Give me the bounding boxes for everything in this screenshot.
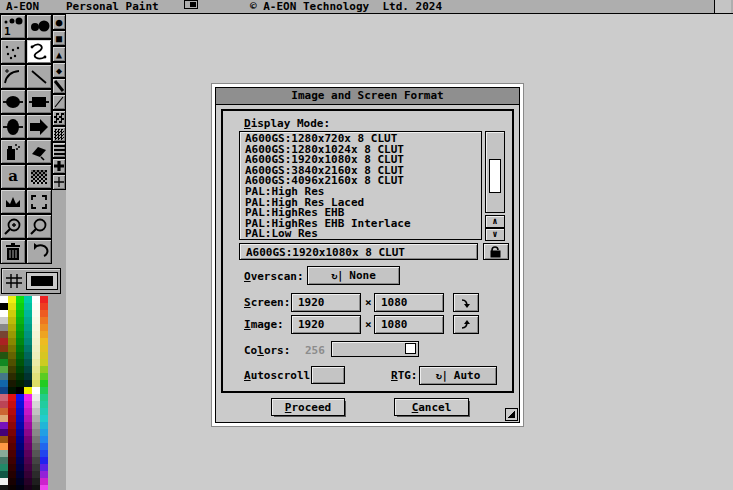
depth-gadget-icon[interactable]: [714, 0, 731, 13]
palette-color[interactable]: [8, 296, 16, 303]
colors-slider-knob[interactable]: [405, 343, 416, 354]
autoscroll-checkbox[interactable]: [311, 366, 345, 384]
palette-color[interactable]: [40, 457, 48, 464]
palette-color[interactable]: [16, 324, 24, 331]
palette-color[interactable]: [8, 310, 16, 317]
palette-color[interactable]: [32, 310, 40, 317]
palette-color[interactable]: [24, 366, 32, 373]
tool-polygon[interactable]: [26, 114, 52, 139]
palette-color[interactable]: [0, 450, 8, 457]
scroll-down-button[interactable]: ∨: [485, 228, 505, 241]
tool-define-brush[interactable]: [26, 189, 52, 214]
palette-color[interactable]: [16, 436, 24, 443]
palette-color[interactable]: [16, 310, 24, 317]
palette-color[interactable]: [16, 338, 24, 345]
palette-color[interactable]: [24, 324, 32, 331]
palette-color[interactable]: [24, 345, 32, 352]
palette-color[interactable]: [24, 471, 32, 478]
palette-color[interactable]: [0, 380, 8, 387]
tool-ellipse[interactable]: [0, 89, 26, 114]
palette-color[interactable]: [16, 485, 24, 490]
palette-color[interactable]: [24, 422, 32, 429]
palette-color[interactable]: [8, 303, 16, 310]
palette-color[interactable]: [24, 394, 32, 401]
palette-color[interactable]: [40, 443, 48, 450]
brush-dots-sparse[interactable]: [52, 110, 66, 126]
palette-color[interactable]: [0, 478, 8, 485]
brush-triangle[interactable]: ▲: [52, 46, 66, 62]
brush-plus-thin[interactable]: [52, 174, 66, 190]
palette-color[interactable]: [0, 373, 8, 380]
palette-color[interactable]: [40, 310, 48, 317]
image-height-field[interactable]: 1080: [374, 315, 444, 334]
palette-color[interactable]: [40, 331, 48, 338]
palette-color[interactable]: [40, 422, 48, 429]
palette-color[interactable]: [8, 352, 16, 359]
palette-color[interactable]: [0, 324, 8, 331]
palette-color[interactable]: [0, 429, 8, 436]
tool-undo[interactable]: [26, 239, 52, 264]
palette-color[interactable]: [40, 345, 48, 352]
palette-color[interactable]: [32, 352, 40, 359]
tool-clear[interactable]: [0, 239, 26, 264]
palette-color[interactable]: [8, 380, 16, 387]
palette-color[interactable]: [0, 457, 8, 464]
palette-color[interactable]: [0, 331, 8, 338]
palette-color[interactable]: [40, 401, 48, 408]
palette-color[interactable]: [8, 450, 16, 457]
brush-square[interactable]: ■: [52, 30, 66, 46]
palette-color[interactable]: [8, 401, 16, 408]
palette-color[interactable]: [32, 331, 40, 338]
palette-color[interactable]: [16, 345, 24, 352]
palette-color[interactable]: [16, 422, 24, 429]
palette-color[interactable]: [40, 338, 48, 345]
palette-color[interactable]: [32, 394, 40, 401]
palette-color[interactable]: [8, 457, 16, 464]
palette-color[interactable]: [24, 415, 32, 422]
palette-color[interactable]: [24, 380, 32, 387]
palette-color[interactable]: [0, 345, 8, 352]
palette-color[interactable]: [16, 478, 24, 485]
tool-airbrush[interactable]: [0, 139, 26, 164]
palette-color[interactable]: [24, 478, 32, 485]
display-mode-list[interactable]: A600GS:1280x720x 8 CLUTA600GS:1280x1024x…: [239, 131, 482, 240]
palette-color[interactable]: [32, 324, 40, 331]
brush-diamond[interactable]: ◆: [52, 62, 66, 78]
palette-color[interactable]: [32, 471, 40, 478]
palette-color[interactable]: [24, 359, 32, 366]
palette-color[interactable]: [32, 373, 40, 380]
palette-color[interactable]: [16, 352, 24, 359]
tool-brush-dots[interactable]: [26, 14, 52, 39]
palette-color[interactable]: [24, 296, 32, 303]
scroll-up-button[interactable]: ∧: [485, 215, 505, 228]
palette-color[interactable]: [8, 422, 16, 429]
palette-color[interactable]: [16, 443, 24, 450]
palette-color[interactable]: [16, 296, 24, 303]
palette-color[interactable]: [8, 415, 16, 422]
palette-color[interactable]: [16, 394, 24, 401]
palette-color[interactable]: [0, 422, 8, 429]
palette-color[interactable]: [16, 415, 24, 422]
palette-color[interactable]: [32, 443, 40, 450]
palette-color[interactable]: [8, 478, 16, 485]
overscan-cycle-button[interactable]: ↻| None: [307, 266, 400, 285]
palette-color[interactable]: [0, 408, 8, 415]
palette-color[interactable]: [8, 394, 16, 401]
palette-color[interactable]: [32, 415, 40, 422]
palette-color[interactable]: [16, 387, 24, 394]
tool-filled-ellipse[interactable]: [0, 114, 26, 139]
palette-color[interactable]: [8, 345, 16, 352]
palette-color[interactable]: [32, 464, 40, 471]
resize-handle[interactable]: [505, 408, 518, 421]
palette-color[interactable]: [24, 387, 32, 394]
palette-color[interactable]: [24, 331, 32, 338]
palette-color[interactable]: [32, 359, 40, 366]
display-mode-scrollbar[interactable]: [485, 131, 505, 213]
palette-color[interactable]: [32, 366, 40, 373]
palette-color[interactable]: [40, 394, 48, 401]
tool-rectangle[interactable]: [26, 89, 52, 114]
palette-color[interactable]: [8, 436, 16, 443]
screen-width-field[interactable]: 1920: [291, 293, 361, 312]
palette-color[interactable]: [16, 317, 24, 324]
tool-dot-freehand[interactable]: 1: [0, 14, 26, 39]
